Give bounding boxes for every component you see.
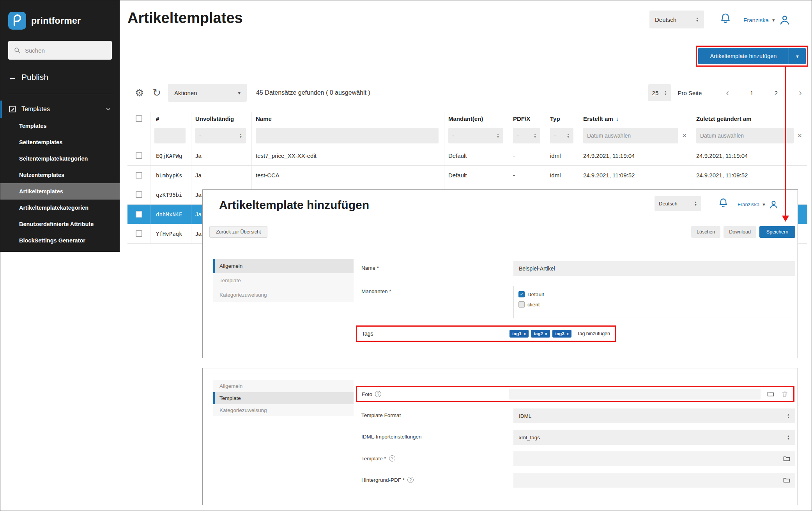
table-row[interactable]: bLmbypKs Ja test-CCA Default - idml 24.9…	[127, 166, 807, 185]
help-question-icon[interactable]: ?	[407, 477, 414, 483]
row-checkbox[interactable]	[136, 211, 142, 217]
save-button[interactable]: Speichern	[759, 226, 795, 238]
remove-tag-icon[interactable]: x	[545, 331, 547, 336]
logo[interactable]: printformer	[0, 0, 120, 34]
results-count: 45 Datensätze gefunden ( 0 ausgewählt )	[256, 89, 370, 96]
nav-kategoriezuweisung[interactable]: Kategoriezuweisung	[213, 288, 354, 302]
filter-erstellt-date-input[interactable]	[583, 128, 678, 143]
column-header-zuletzt-geaendert[interactable]: Zuletzt geändert am	[692, 112, 807, 125]
sidebar-item-templates[interactable]: Templates	[0, 118, 120, 134]
row-checkbox[interactable]	[136, 230, 142, 237]
filter-mandant-select[interactable]: -▲▼	[448, 128, 503, 143]
filter-typ-select[interactable]: -▲▼	[550, 128, 573, 143]
user-menu[interactable]: Franziska ▾	[738, 198, 779, 210]
table-row[interactable]: EQjKAPWg Ja test7_price_XX-XX-edit Defau…	[127, 146, 807, 166]
actions-dropdown[interactable]: Aktionen ▾	[168, 84, 247, 102]
app-window: printformer ← Publish Templates Template…	[0, 0, 812, 511]
sidebar-item-nutzentemplates[interactable]: Nutzentemplates	[0, 167, 120, 183]
sidebar-section-templates[interactable]: Templates	[0, 101, 120, 118]
sidebar-search[interactable]	[8, 41, 112, 60]
clear-date-icon[interactable]: ×	[798, 131, 802, 140]
row-checkbox[interactable]	[136, 191, 142, 198]
sidebar-nav: Templates Seitentemplates Seitentemplate…	[0, 118, 120, 249]
nav-kategoriezuweisung[interactable]: Kategoriezuweisung	[213, 404, 354, 416]
sort-desc-icon: ↓	[616, 115, 619, 122]
column-header-typ[interactable]: Typ	[546, 112, 579, 125]
help-question-icon[interactable]: ?	[389, 455, 395, 461]
sidebar-item-seitentemplatekategorien[interactable]: Seitentemplatekategorien	[0, 150, 120, 167]
column-header-id[interactable]: #	[150, 112, 191, 125]
sidebar-item-artikeltemplates[interactable]: Artikeltemplates	[0, 183, 120, 200]
add-artikeltemplate-button[interactable]: Artikeltemplate hinzufügen ▾	[698, 48, 806, 64]
back-to-overview-button[interactable]: Zurück zur Übersicht	[209, 226, 267, 238]
language-select[interactable]: Deutsch ▲▼	[649, 11, 704, 28]
delete-button[interactable]: Löschen	[691, 226, 720, 238]
filter-geaendert-date-input[interactable]	[696, 128, 794, 143]
column-header-pdfx[interactable]: PDF/X	[509, 112, 546, 125]
filter-pdfx-select[interactable]: -▲▼	[513, 128, 540, 143]
template-file-field[interactable]	[513, 451, 795, 466]
select-all-checkbox[interactable]	[136, 115, 142, 122]
download-button[interactable]: Download	[724, 226, 756, 238]
row-checkbox[interactable]	[136, 172, 142, 179]
remove-tag-icon[interactable]: x	[524, 331, 526, 336]
column-header-name[interactable]: Name	[252, 112, 444, 125]
back-to-publish[interactable]: ← Publish	[8, 71, 112, 84]
user-name: Franziska	[743, 17, 769, 23]
checkbox-unchecked-icon[interactable]	[518, 301, 525, 308]
column-header-unvollstaendig[interactable]: Unvollständig	[191, 112, 252, 125]
sidebar-item-seitentemplates[interactable]: Seitentemplates	[0, 134, 120, 150]
mandanten-checkbox-group: ✓ Default client	[513, 286, 795, 318]
filter-unvollstaendig-select[interactable]: -▲▼	[195, 128, 246, 143]
sidebar-item-blocksettings-generator[interactable]: BlockSettings Generator	[0, 232, 120, 249]
section-label: Templates	[21, 106, 50, 113]
refresh-icon[interactable]: ↻	[152, 88, 161, 98]
browse-file-icon[interactable]	[783, 476, 791, 484]
notifications-bell-icon[interactable]	[718, 198, 729, 210]
checkbox-checked-icon[interactable]: ✓	[518, 291, 525, 297]
sidebar-item-artikeltemplatekategorien[interactable]: Artikeltemplatekategorien	[0, 200, 120, 216]
column-header-erstellt-am[interactable]: Erstellt am↓	[579, 112, 692, 125]
help-question-icon[interactable]: ?	[375, 391, 381, 397]
trash-icon[interactable]	[781, 390, 789, 398]
tag-chip[interactable]: tag1x	[509, 330, 529, 338]
nav-template[interactable]: Template	[213, 273, 354, 288]
tag-chip[interactable]: tag2x	[531, 330, 550, 338]
nav-template[interactable]: Template	[213, 392, 354, 404]
nav-allgemein[interactable]: Allgemein	[213, 259, 354, 273]
annotation-arrow-head	[782, 216, 789, 222]
mandant-option[interactable]: client	[518, 299, 790, 309]
user-menu[interactable]: Franziska ▾	[743, 13, 791, 27]
filter-name-input[interactable]	[256, 128, 439, 143]
per-page-select[interactable]: 25 ▲▼	[648, 84, 671, 101]
row-checkbox[interactable]	[136, 152, 142, 159]
hintergrund-pdf-file-field[interactable]	[513, 473, 795, 488]
filter-id-input[interactable]	[154, 128, 186, 143]
sidebar-item-benutzerdefinierte-attribute[interactable]: Benutzerdefinierte Attribute	[0, 216, 120, 232]
remove-tag-icon[interactable]: x	[566, 331, 569, 336]
search-input[interactable]	[25, 47, 107, 54]
idml-import-select[interactable]: xml_tags ▲▼	[513, 430, 795, 445]
prev-page-icon[interactable]: ‹	[726, 88, 729, 97]
name-label: Name *	[361, 265, 379, 271]
annotation-arrow-line	[785, 67, 786, 216]
nav-allgemein[interactable]: Allgemein	[213, 380, 354, 392]
column-header-mandant[interactable]: Mandant(en)	[444, 112, 509, 125]
next-page-icon[interactable]: ›	[799, 88, 802, 97]
page-2[interactable]: 2	[775, 90, 778, 96]
language-select[interactable]: Deutsch ▲▼	[655, 196, 701, 211]
caret-down-icon[interactable]: ▾	[789, 48, 806, 64]
add-tag-button[interactable]: Tag hinzufügen	[577, 331, 610, 336]
foto-file-field[interactable]	[509, 389, 761, 400]
notifications-bell-icon[interactable]	[720, 12, 731, 26]
template-format-select[interactable]: IDML ▲▼	[513, 408, 795, 423]
mandant-option[interactable]: ✓ Default	[518, 289, 790, 299]
browse-file-icon[interactable]	[783, 455, 791, 463]
page-1[interactable]: 1	[750, 90, 753, 96]
tag-chip[interactable]: tag3x	[552, 330, 571, 338]
clear-date-icon[interactable]: ×	[682, 131, 686, 140]
name-field[interactable]	[513, 261, 795, 276]
user-name: Franziska	[738, 202, 759, 207]
browse-file-icon[interactable]	[767, 390, 775, 398]
settings-gear-icon[interactable]: ⚙	[135, 88, 144, 98]
